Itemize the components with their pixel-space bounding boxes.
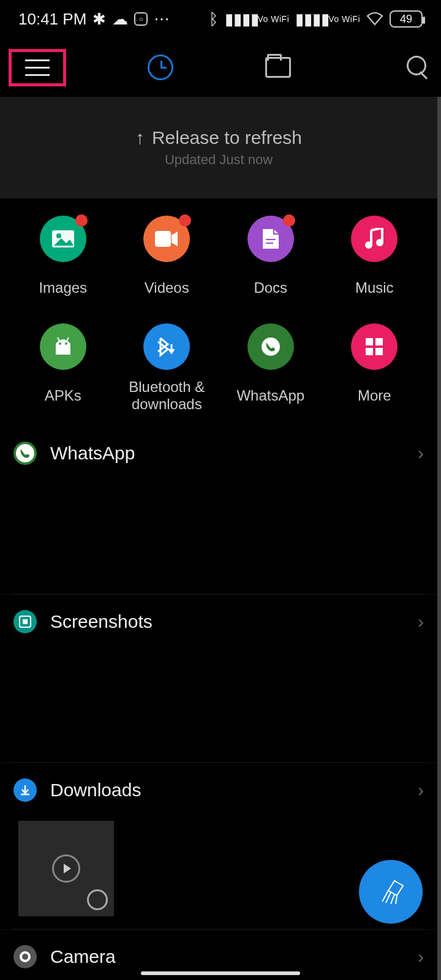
category-bluetooth-downloads[interactable]: Bluetooth & downloads: [115, 323, 219, 413]
svg-point-11: [262, 337, 280, 356]
category-videos[interactable]: Videos: [115, 216, 219, 305]
status-bar: 10:41 PM ✱ ☁ ○ ⋯ ᛒ ▮▮▮▮ Vo WiFi ▮▮▮▮ Vo …: [0, 0, 441, 38]
section-screenshots: Screenshots ›: [0, 594, 437, 763]
pull-to-refresh[interactable]: ↑ Release to refresh Updated Just now: [0, 97, 441, 198]
section-header[interactable]: WhatsApp ›: [13, 426, 424, 480]
svg-line-9: [58, 337, 59, 341]
svg-point-16: [16, 444, 34, 462]
section-body: [13, 821, 424, 929]
slack-icon: ✱: [92, 10, 106, 29]
recent-tab[interactable]: [148, 55, 173, 80]
menu-button[interactable]: [9, 49, 66, 86]
chevron-right-icon: ›: [418, 780, 424, 801]
category-label: Bluetooth & downloads: [115, 379, 219, 413]
section-title: WhatsApp: [50, 443, 135, 464]
clean-icon: [376, 877, 405, 907]
doc-icon: [247, 216, 294, 262]
cleaner-fab[interactable]: [359, 860, 423, 924]
category-label: Videos: [145, 271, 189, 305]
category-label: Docs: [254, 271, 287, 305]
overlay-circle-icon: [87, 889, 108, 910]
category-music[interactable]: Music: [323, 216, 427, 305]
svg-point-5: [365, 241, 372, 249]
svg-point-7: [59, 342, 61, 345]
video-icon: [143, 216, 190, 262]
svg-rect-12: [366, 338, 373, 345]
section-header[interactable]: Screenshots ›: [13, 595, 424, 649]
svg-point-8: [65, 342, 67, 345]
grid-icon: [351, 323, 398, 370]
category-label: APKs: [45, 379, 81, 413]
svg-rect-3: [266, 239, 276, 240]
android-icon: [40, 323, 86, 370]
status-time: 10:41 PM: [18, 10, 86, 29]
category-label: WhatsApp: [236, 379, 304, 413]
vowifi-label-1: Vo WiFi: [258, 15, 290, 23]
battery-indicator: 49: [390, 10, 423, 28]
svg-point-20: [22, 954, 28, 960]
section-title: Screenshots: [50, 611, 153, 632]
category-whatsapp[interactable]: WhatsApp: [219, 323, 323, 413]
arrow-up-icon: ↑: [135, 127, 145, 148]
nav-indicator[interactable]: [141, 971, 300, 975]
instagram-icon: ○: [134, 12, 148, 26]
svg-rect-18: [23, 619, 28, 624]
section-title: Downloads: [50, 780, 141, 801]
bluetooth-icon: ᛒ: [209, 10, 219, 29]
storage-tab[interactable]: [265, 57, 291, 78]
bt-download-icon: [143, 323, 190, 370]
signal-icon: ▮▮▮▮: [295, 10, 330, 29]
category-label: Music: [355, 271, 394, 305]
svg-rect-2: [155, 231, 171, 247]
svg-rect-15: [375, 348, 383, 355]
badge-dot: [179, 214, 191, 227]
badge-dot: [283, 214, 295, 227]
svg-point-1: [56, 233, 61, 238]
signal-icon: ▮▮▮▮: [225, 10, 259, 29]
category-more[interactable]: More: [323, 323, 427, 413]
whatsapp-icon: [247, 323, 294, 370]
camera-icon: [13, 945, 37, 968]
chevron-right-icon: ›: [418, 611, 424, 632]
section-whatsapp: WhatsApp ›: [0, 426, 437, 594]
section-header[interactable]: Downloads ›: [13, 763, 424, 817]
badge-dot: [75, 214, 88, 227]
category-grid: Images Videos Docs Music APKs Bluetooth …: [0, 198, 441, 426]
category-label: Images: [39, 271, 87, 305]
chevron-right-icon: ›: [418, 443, 424, 464]
vowifi-label-2: Vo WiFi: [328, 15, 360, 23]
whatsapp-icon: [13, 442, 37, 465]
section-title: Camera: [50, 946, 116, 967]
video-thumbnail[interactable]: [18, 821, 114, 916]
wifi-icon: [366, 12, 383, 26]
category-apks[interactable]: APKs: [11, 323, 115, 413]
svg-rect-4: [266, 243, 273, 244]
category-images[interactable]: Images: [11, 216, 115, 305]
screenshot-icon: [13, 610, 37, 633]
svg-rect-14: [366, 348, 373, 355]
app-bar: [0, 38, 441, 97]
more-dots-icon: ⋯: [154, 10, 170, 29]
music-icon: [351, 216, 398, 262]
category-label: More: [358, 379, 391, 413]
category-docs[interactable]: Docs: [219, 216, 323, 305]
refresh-subtitle: Updated Just now: [165, 152, 273, 168]
section-body: [13, 649, 424, 763]
play-icon: [52, 854, 80, 883]
svg-rect-13: [375, 338, 383, 345]
image-icon: [40, 216, 86, 262]
section-body: [13, 480, 424, 594]
search-button[interactable]: [407, 56, 430, 79]
download-icon: [13, 778, 37, 802]
svg-line-10: [67, 337, 69, 341]
svg-point-6: [376, 239, 383, 246]
refresh-title: Release to refresh: [152, 127, 302, 148]
cloud-icon: ☁: [112, 10, 128, 29]
chevron-right-icon: ›: [418, 946, 424, 967]
